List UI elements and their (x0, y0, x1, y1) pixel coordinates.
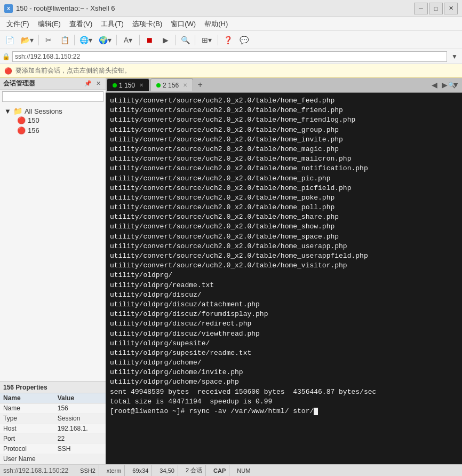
terminal-line: utility/convert/source/uch2.0_x2.0/table… (110, 125, 458, 135)
maximize-button[interactable]: □ (429, 3, 443, 14)
menu-bar: 文件(F) 编辑(E) 查看(V) 工具(T) 选项卡(B) 窗口(W) 帮助(… (0, 17, 462, 31)
terminal-line: utility/oldprg/discuz/forumdisplay.php (110, 310, 458, 319)
session-tree-group: ▼ 📁 All Sessions 🔴 150 🔴 156 (0, 106, 106, 137)
terminal-line: utility/convert/source/uch2.0_x2.0/table… (110, 251, 458, 261)
menu-help[interactable]: 帮助(H) (200, 18, 232, 30)
menu-tools[interactable]: 工具(T) (97, 18, 128, 30)
toolbar-session-btn[interactable]: 🌍▾ (96, 33, 114, 47)
info-icon: 🔴 (4, 67, 12, 75)
toolbar-sep6 (195, 35, 195, 45)
tab-150[interactable]: 1 150 ✕ (107, 78, 149, 91)
terminal-line: utility/convert/source/uch2.0_x2.0/table… (110, 203, 458, 212)
property-row: User Name (0, 454, 106, 464)
properties-table: Name Value Name156TypeSessionHost192.168… (0, 393, 106, 464)
toolbar-cut-btn[interactable]: ✂ (41, 33, 56, 47)
terminal-line: utility/oldprg/uchome/space.php (110, 377, 458, 387)
property-value: SSH (54, 444, 106, 454)
tab-156[interactable]: 2 156 ✕ (150, 78, 193, 91)
info-text: 要添加当前会话，点击左侧的箭头按钮。 (15, 66, 131, 75)
property-name: Protocol (0, 444, 54, 454)
terminal-line: utility/convert/source/uch2.0_x2.0/table… (110, 184, 458, 193)
info-bar: 🔴 要添加当前会话，点击左侧的箭头按钮。 (0, 64, 462, 78)
status-bar: ssh://192.168.1.150:22 SSH2 xterm 69x34 … (0, 464, 462, 476)
toolbar-stop-btn[interactable]: ⏹ (142, 33, 157, 47)
terminal-line: utility/oldprg/uchome/ (110, 358, 458, 368)
address-input[interactable] (12, 51, 447, 62)
toolbar-help-btn[interactable]: ❓ (220, 33, 235, 47)
toolbar-chat-btn[interactable]: 💬 (236, 33, 251, 47)
terminal-line: utility/convert/source/uch2.0_x2.0/table… (110, 222, 458, 232)
property-row: Port22 (0, 434, 106, 444)
tab-156-close[interactable]: ✕ (183, 82, 187, 88)
terminal-line: utility/oldprg/discuz/attachment.php (110, 300, 458, 310)
toolbar-sep4 (139, 35, 140, 45)
prop-col-name: Name (0, 393, 54, 403)
all-sessions-label: All Sessions (25, 107, 62, 115)
session-search-container: 🔍 (0, 90, 106, 104)
toolbar-copy-btn[interactable]: 📋 (57, 33, 72, 47)
terminal-line: total size is 49471194 speedup is 0.99 (110, 397, 458, 407)
toolbar: 📄 📂▾ ✂ 📋 🌐▾ 🌍▾ A▾ ⏹ ▶ 🔍 ⊞▾ ❓ 💬 (0, 31, 462, 49)
terminal-line: [root@liwentao ~]# rsync -av /var/www/ht… (110, 407, 458, 416)
status-dimensions: 69x34 (129, 465, 152, 476)
address-dropdown[interactable]: ▼ (449, 53, 460, 60)
session-header: 会话管理器 📌 ✕ (0, 78, 106, 90)
terminal-line: utility/convert/source/uch2.0_x2.0/table… (110, 174, 458, 184)
properties-title: 156 Properties (3, 384, 47, 391)
toolbar-open-btn[interactable]: 📂▾ (18, 33, 36, 47)
terminal-line: utility/oldprg/discuz/ (110, 290, 458, 300)
property-value: 192.168.1. (54, 424, 106, 434)
toolbar-font-btn[interactable]: A▾ (119, 33, 137, 47)
status-sessions: 2 会话 (182, 465, 206, 476)
minimize-button[interactable]: ─ (414, 3, 428, 14)
menu-tabs[interactable]: 选项卡(B) (128, 18, 166, 30)
tab-nav-left[interactable]: ◀ (430, 81, 439, 89)
toolbar-sep7 (218, 35, 218, 45)
session-156-label: 156 (28, 126, 39, 134)
toolbar-play-btn[interactable]: ▶ (158, 33, 173, 47)
session-item-150[interactable]: 🔴 150 (15, 115, 101, 125)
terminal[interactable]: utility/convert/source/uch2.0_x2.0/table… (106, 93, 462, 464)
toolbar-new-btn[interactable]: 📄 (2, 33, 17, 47)
session-item-156[interactable]: 🔴 156 (15, 125, 101, 136)
terminal-line: utility/oldprg/discuz/redirect.php (110, 319, 458, 329)
terminal-line: utility/convert/source/uch2.0_x2.0/table… (110, 232, 458, 242)
all-sessions-header[interactable]: ▼ 📁 All Sessions (4, 107, 101, 115)
toolbar-sep1 (38, 35, 39, 45)
property-name: Type (0, 414, 54, 424)
session-150-icon: 🔴 (17, 116, 26, 124)
property-row: Host192.168.1. (0, 424, 106, 434)
toolbar-sep3 (116, 35, 117, 45)
app-icon: X (4, 4, 13, 13)
address-icon: 🔒 (2, 53, 10, 60)
session-search-input[interactable] (2, 91, 103, 102)
expand-icon: ▼ (4, 107, 11, 115)
tab-add-button[interactable]: + (194, 79, 206, 91)
menu-view[interactable]: 查看(V) (65, 18, 97, 30)
menu-window[interactable]: 窗口(W) (166, 18, 200, 30)
session-tree: ▼ 📁 All Sessions 🔴 150 🔴 156 (0, 104, 106, 381)
session-pin-btn[interactable]: 📌 (83, 80, 93, 87)
main-area: 会话管理器 📌 ✕ 🔍 ▼ 📁 All Sessions (0, 78, 462, 464)
toolbar-layout-btn[interactable]: ⊞▾ (197, 33, 216, 47)
toolbar-search-btn[interactable]: 🔍 (178, 33, 193, 47)
terminal-line: utility/oldprg/uchome/invite.php (110, 368, 458, 377)
toolbar-connect-btn[interactable]: 🌐▾ (77, 33, 95, 47)
tab-150-dot (113, 83, 117, 88)
session-close-btn[interactable]: ✕ (94, 80, 102, 87)
address-bar: 🔒 ▼ (0, 49, 462, 64)
window-title: 150 - root@liwentao:~ - Xshell 6 (16, 4, 115, 12)
tab-150-close[interactable]: ✕ (139, 82, 144, 88)
menu-edit[interactable]: 编辑(E) (34, 18, 65, 30)
menu-file[interactable]: 文件(F) (2, 18, 34, 30)
terminal-line: utility/convert/source/uch2.0_x2.0/table… (110, 164, 458, 173)
terminal-line: utility/convert/source/uch2.0_x2.0/table… (110, 154, 458, 164)
property-row: Name156 (0, 403, 106, 414)
terminal-line: utility/convert/source/uch2.0_x2.0/table… (110, 145, 458, 154)
terminal-line: utility/convert/source/uch2.0_x2.0/table… (110, 193, 458, 203)
close-button[interactable]: ✕ (444, 3, 458, 14)
terminal-line: utility/oldprg/supesite/ (110, 339, 458, 348)
session-150-label: 150 (28, 116, 39, 124)
terminal-line: utility/convert/source/uch2.0_x2.0/table… (110, 212, 458, 222)
window-controls: ─ □ ✕ (414, 3, 458, 14)
